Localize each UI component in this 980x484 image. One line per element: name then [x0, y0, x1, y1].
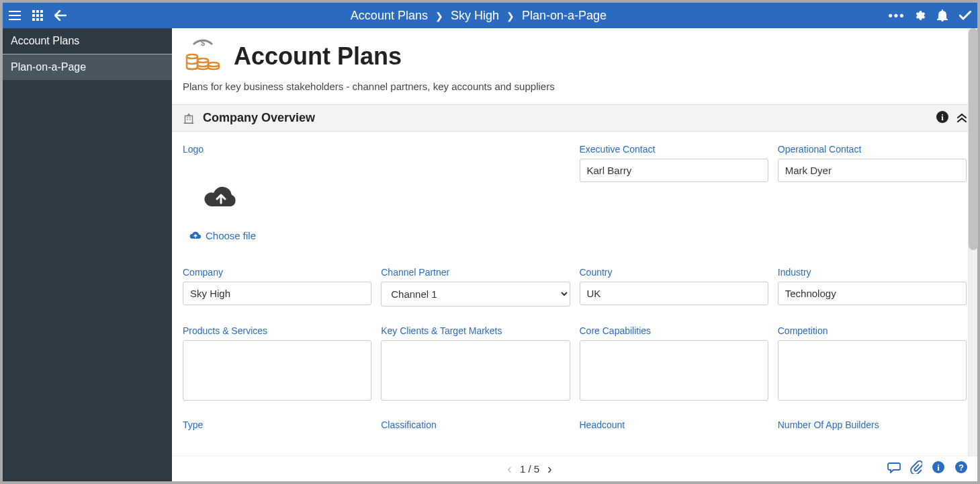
main-content: $ Account Plans Plans for key business s…	[172, 28, 977, 481]
pager-text: 1 / 5	[520, 463, 539, 475]
info-circle-icon[interactable]: i	[932, 460, 945, 477]
footer: ‹ 1 / 5 › i ?	[172, 456, 977, 481]
gear-icon[interactable]	[913, 9, 926, 22]
topbar-left	[8, 9, 67, 22]
breadcrumb: Account Plans ❯ Sky High ❯ Plan-on-a-Pag…	[67, 9, 890, 23]
label-industry[interactable]: Industry	[778, 267, 967, 278]
label-key-clients[interactable]: Key Clients & Target Markets	[381, 325, 570, 336]
sidebar: Account Plans Plan-on-a-Page	[3, 28, 172, 481]
comment-icon[interactable]	[887, 461, 901, 477]
hamburger-icon[interactable]	[8, 9, 21, 22]
field-channel-partner: Channel Partner Channel 1	[381, 267, 570, 307]
apps-grid-icon[interactable]	[31, 9, 44, 22]
info-icon[interactable]: i	[936, 110, 949, 126]
select-channel-partner[interactable]: Channel 1	[381, 282, 570, 307]
svg-rect-13	[185, 116, 193, 123]
scrollbar-thumb[interactable]	[969, 28, 978, 250]
label-operational-contact[interactable]: Operational Contact	[778, 144, 967, 155]
building-icon	[181, 111, 196, 126]
field-key-clients: Key Clients & Target Markets	[381, 325, 570, 401]
field-operational-contact: Operational Contact	[778, 144, 967, 248]
label-competition[interactable]: Competition	[778, 325, 967, 336]
label-logo[interactable]: Logo	[183, 144, 570, 155]
chevron-right-icon: ❯	[506, 11, 515, 22]
sidebar-item-account-plans[interactable]: Account Plans	[3, 28, 172, 54]
attachment-icon[interactable]	[910, 460, 922, 477]
pager-next-icon[interactable]: ›	[547, 461, 552, 477]
svg-text:i: i	[937, 462, 940, 473]
check-icon[interactable]	[959, 9, 972, 22]
help-icon[interactable]: ?	[954, 460, 968, 477]
textarea-key-clients[interactable]	[381, 340, 570, 401]
app-frame: Account Plans ❯ Sky High ❯ Plan-on-a-Pag…	[0, 0, 980, 484]
sidebar-item-plan-on-a-page[interactable]: Plan-on-a-Page	[3, 54, 172, 80]
label-country[interactable]: Country	[580, 267, 768, 278]
svg-text:?: ?	[959, 462, 964, 473]
pager-prev-icon[interactable]: ‹	[507, 461, 512, 477]
back-arrow-icon[interactable]	[54, 9, 67, 22]
section-header-company-overview: Company Overview i	[172, 104, 977, 132]
upload-dropzone[interactable]	[183, 165, 570, 230]
svg-rect-1	[36, 10, 39, 13]
field-country: Country	[580, 267, 768, 307]
svg-rect-8	[40, 18, 43, 21]
svg-rect-4	[36, 14, 39, 17]
svg-point-11	[197, 58, 208, 63]
svg-rect-0	[32, 10, 35, 13]
input-company[interactable]	[183, 282, 371, 305]
textarea-core-capabilities[interactable]	[580, 340, 768, 401]
form-grid: Logo Choose file	[172, 132, 977, 446]
label-products-services[interactable]: Products & Services	[183, 325, 371, 336]
field-industry: Industry	[778, 267, 967, 307]
label-channel-partner[interactable]: Channel Partner	[381, 267, 570, 278]
label-headcount[interactable]: Headcount	[580, 419, 768, 430]
coins-icon: $	[183, 38, 223, 75]
svg-text:i: i	[941, 112, 944, 122]
label-classification[interactable]: Classification	[381, 419, 570, 430]
breadcrumb-item-2[interactable]: Plan-on-a-Page	[522, 9, 607, 22]
topbar-right: •••	[890, 9, 972, 22]
input-country[interactable]	[580, 282, 768, 305]
choose-file-label: Choose file	[206, 230, 256, 241]
section-title: Company Overview	[203, 111, 929, 125]
field-app-builders: Number Of App Builders	[778, 419, 967, 434]
breadcrumb-item-0[interactable]: Account Plans	[351, 9, 428, 22]
topbar: Account Plans ❯ Sky High ❯ Plan-on-a-Pag…	[3, 3, 977, 28]
svg-rect-3	[32, 14, 35, 17]
field-products-services: Products & Services	[183, 325, 371, 401]
field-executive-contact: Executive Contact	[580, 144, 768, 248]
textarea-competition[interactable]	[778, 340, 967, 401]
bell-icon[interactable]	[936, 9, 949, 22]
input-industry[interactable]	[778, 282, 967, 305]
field-classification: Classification	[381, 419, 570, 434]
svg-text:$: $	[201, 39, 205, 47]
svg-rect-5	[40, 14, 43, 17]
more-icon[interactable]: •••	[890, 9, 903, 22]
choose-file-button[interactable]: Choose file	[183, 230, 256, 241]
page-subtitle: Plans for key business stakeholders - ch…	[172, 77, 977, 104]
page-title: Account Plans	[234, 42, 402, 71]
label-app-builders[interactable]: Number Of App Builders	[778, 419, 967, 430]
field-logo: Logo Choose file	[183, 144, 570, 248]
label-company[interactable]: Company	[183, 267, 371, 278]
field-type: Type	[183, 419, 371, 434]
cloud-icon	[189, 231, 202, 241]
label-executive-contact[interactable]: Executive Contact	[580, 144, 768, 155]
field-core-capabilities: Core Capabilities	[580, 325, 768, 401]
field-competition: Competition	[778, 325, 967, 401]
label-type[interactable]: Type	[183, 419, 371, 430]
svg-rect-7	[36, 18, 39, 21]
svg-point-12	[208, 63, 219, 67]
textarea-products-services[interactable]	[183, 340, 371, 401]
footer-tools: i ?	[887, 460, 977, 477]
input-operational-contact[interactable]	[778, 159, 967, 182]
scrollbar[interactable]	[968, 28, 977, 456]
svg-rect-2	[40, 10, 43, 13]
breadcrumb-item-1[interactable]: Sky High	[451, 9, 499, 22]
collapse-icon[interactable]	[956, 111, 968, 125]
svg-rect-6	[32, 18, 35, 21]
input-executive-contact[interactable]	[580, 159, 768, 182]
label-core-capabilities[interactable]: Core Capabilities	[580, 325, 768, 336]
pager: ‹ 1 / 5 ›	[172, 461, 887, 477]
field-headcount: Headcount	[580, 419, 768, 434]
